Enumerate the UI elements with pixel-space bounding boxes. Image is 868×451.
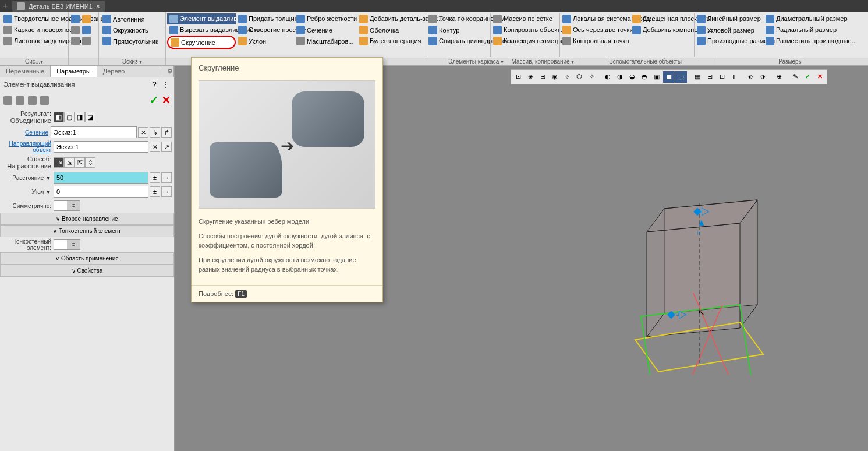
tab-parameters[interactable]: Параметры [51, 66, 97, 77]
vbtn[interactable]: ⟐ [561, 71, 573, 83]
dist-pm[interactable]: ± [150, 172, 160, 183]
rbtn-linear-dim[interactable]: Линейный размер [695, 13, 763, 24]
undo-icon[interactable] [71, 37, 80, 45]
vbtn[interactable]: ⊡ [512, 71, 524, 83]
sec-btn-2[interactable]: ↳ [150, 127, 160, 138]
rbtn-section[interactable]: Сечение [294, 24, 357, 36]
rbtn-control-point[interactable]: Контрольная точка [560, 36, 630, 47]
result-opt-4[interactable]: ◪ [85, 112, 95, 122]
hdr-thin-wall[interactable]: Тонкостенный элемент [0, 225, 174, 237]
cancel-icon[interactable]: ✕ [162, 94, 171, 107]
apply-icon[interactable]: ✓ [150, 94, 158, 107]
rbtn-derived-dim[interactable]: Производные размеры [695, 36, 763, 47]
hdr-properties[interactable]: Свойства [0, 265, 174, 277]
vbtn[interactable]: ◈ [525, 71, 536, 83]
rbtn-shell[interactable]: Оболочка [357, 24, 426, 36]
rbtn-fillet[interactable]: Скругление [167, 36, 236, 49]
result-opt-3[interactable]: ◨ [75, 112, 85, 122]
vbtn[interactable]: ⊞ [537, 71, 548, 83]
vbtn[interactable]: ▣ [651, 71, 662, 83]
label-section[interactable]: Сечение [2, 129, 51, 136]
vbtn[interactable]: ⊕ [773, 71, 785, 83]
tab-tree[interactable]: Дерево [97, 66, 161, 77]
rbtn-angular-dim[interactable]: Угловой размер [695, 24, 763, 36]
rbtn-offset-plane[interactable]: Смещенная плоскость [630, 13, 694, 24]
print-icon[interactable] [71, 26, 80, 34]
vbtn[interactable]: ⫿ [728, 71, 740, 83]
btn-1[interactable] [3, 96, 12, 105]
method-opt-4[interactable]: ⇳ [85, 157, 95, 168]
sec-btn-1[interactable]: ✕ [138, 127, 148, 138]
vbtn[interactable]: ◉ [549, 71, 561, 83]
result-opt-2[interactable]: ▢ [64, 112, 75, 122]
sec-btn-3[interactable]: ↱ [161, 127, 172, 138]
group-label[interactable]: Сис...▾ [0, 58, 68, 65]
group-label[interactable]: Элементы каркаса ▾ [444, 58, 508, 65]
rbtn-scale[interactable]: Масштабиров... [294, 36, 357, 47]
vbtn[interactable]: ◑ [614, 71, 626, 83]
label-angle[interactable]: Угол ▼ [2, 189, 54, 195]
options-icon[interactable]: ⋮ [161, 80, 171, 89]
vbtn-cancel[interactable]: ✕ [814, 71, 826, 83]
input-distance[interactable] [54, 172, 148, 184]
vbtn[interactable]: ▦ [692, 71, 703, 83]
rbtn-autoline[interactable]: Автолиния [100, 13, 161, 24]
rbtn-cut-extrude[interactable]: Вырезать выдавливанием [167, 24, 236, 36]
rbtn-lcs[interactable]: Локальная система коорд... [560, 13, 630, 24]
document-tab[interactable]: Деталь БЕЗ ИМЕНИ1 × [12, 1, 105, 12]
input-guide[interactable] [54, 141, 148, 153]
vbtn-shade[interactable]: ◼ [663, 71, 675, 83]
folder-icon[interactable] [82, 15, 91, 23]
redo-icon[interactable] [82, 37, 91, 45]
rbtn-extrude[interactable]: Элемент выдавливания [167, 13, 236, 24]
rbtn-contour[interactable]: Контур [426, 24, 490, 36]
vbtn[interactable]: ⬖ [745, 71, 756, 83]
rbtn-geom-collection[interactable]: Коллекция геометрии [491, 36, 559, 47]
toggle-thin[interactable]: ○ [54, 239, 80, 250]
cube-3d[interactable]: ◆▷ ▲▫ ◆▫▷ ↖ [629, 194, 775, 369]
rbtn-thicken[interactable]: Придать толщину [236, 13, 294, 24]
vbtn[interactable]: ✧ [586, 71, 597, 83]
gear-button[interactable]: ⚙ [161, 66, 174, 77]
vbtn[interactable]: ⬡ [573, 71, 585, 83]
btn-3[interactable] [28, 96, 37, 105]
rbtn-rectangle[interactable]: Прямоугольник [100, 36, 161, 47]
btn-2[interactable] [16, 96, 24, 105]
result-opt-1[interactable]: ◧ [54, 112, 64, 122]
rbtn-place-derived[interactable]: Разместить производные... [763, 36, 832, 47]
tab-variables[interactable]: Переменные [0, 66, 51, 77]
btn-4[interactable] [40, 96, 49, 105]
rbtn-spiral[interactable]: Спираль цилиндрическ... [426, 36, 490, 47]
rbtn-radial-dim[interactable]: Радиальный размер [763, 24, 832, 36]
rbtn-add-part[interactable]: Добавить деталь-загот... [357, 13, 426, 24]
close-tab-icon[interactable]: × [96, 2, 100, 10]
vbtn[interactable]: ⊟ [704, 71, 715, 83]
rbtn-draft[interactable]: Уклон [236, 36, 294, 47]
rbtn-axis-2pts[interactable]: Ось через две точки [560, 24, 630, 36]
rbtn-point-coord[interactable]: Точка по координатам [426, 13, 490, 24]
method-opt-3[interactable]: ⇱ [75, 157, 85, 168]
rbtn-circle[interactable]: Окружность [100, 24, 161, 36]
input-angle[interactable] [54, 186, 148, 198]
save-icon[interactable] [71, 15, 80, 23]
hdr-second-dir[interactable]: Второе направление [0, 213, 174, 225]
rbtn-rib[interactable]: Ребро жесткости [294, 13, 357, 24]
ang-pm[interactable]: ± [150, 186, 160, 197]
label-guide[interactable]: Направляющий объект [2, 140, 54, 153]
tool-icon[interactable] [82, 26, 91, 34]
guide-btn-2[interactable]: ↗ [161, 142, 172, 152]
hdr-scope[interactable]: Область применения [0, 252, 174, 265]
help-icon[interactable]: ? [150, 80, 159, 89]
rbtn-hole[interactable]: Отверстие простое [236, 24, 294, 36]
label-distance[interactable]: Расстояние ▼ [2, 175, 54, 181]
vbtn[interactable]: ✎ [789, 71, 801, 83]
rbtn-copy-objects[interactable]: Копировать объекты [491, 24, 559, 36]
vbtn-ok[interactable]: ✓ [802, 71, 813, 83]
vbtn[interactable]: ◐ [602, 71, 614, 83]
toggle-sym[interactable]: ○ [54, 200, 80, 211]
vbtn[interactable]: ⬗ [757, 71, 768, 83]
method-opt-2[interactable]: ⇲ [64, 157, 75, 168]
group-label[interactable]: Массив, копирование ▾ [508, 58, 578, 65]
input-section[interactable] [51, 126, 137, 138]
dist-arrow[interactable]: → [161, 172, 172, 183]
